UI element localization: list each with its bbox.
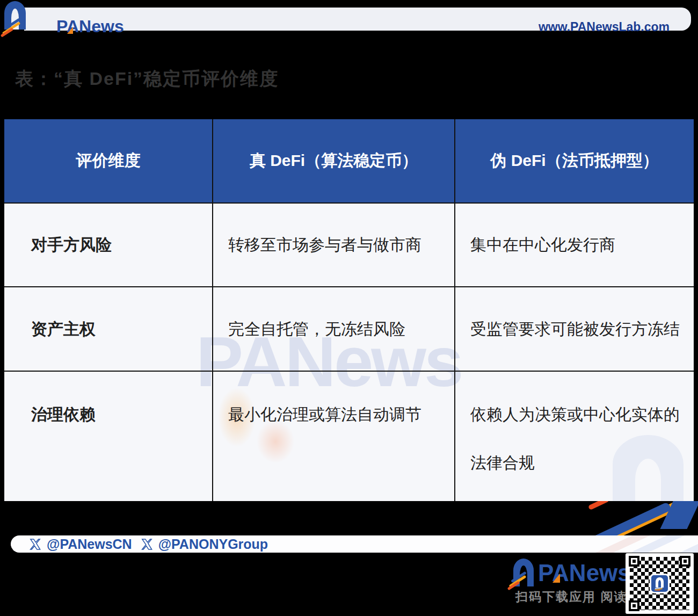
page-title: 表：“真 DeFi”稳定币评价维度 [15,67,279,91]
qr-center-logo [650,574,670,593]
table-grid: 评价维度 真 DeFi（算法稳定币） 伪 DeFi（法币抵押型） 对手方风险 转… [4,119,694,501]
qr-code [626,553,694,614]
row-counterparty-risk-true: 转移至市场参与者与做市商 [213,204,455,287]
handle-label: @PANONYGroup [158,537,268,552]
row-asset-sovereignty-pseudo: 受监管要求可能被发行方冻结 [455,287,694,372]
panews-magnet-icon [656,577,664,588]
row-governance-true: 最小化治理或算法自动调节 [213,372,455,501]
top-bar: PANews www.PANewsLab.com [24,8,691,31]
column-header-pseudo-defi: 伪 DeFi（法币抵押型） [455,119,694,204]
website-link[interactable]: www.PANewsLab.com [539,20,670,34]
comparison-table: PANews 评价维度 真 DeFi（算法稳定币） 伪 DeFi（法币抵押型） … [4,119,694,501]
decorative-stripes [588,501,698,535]
stripe-red [588,501,609,510]
panews-infographic: PANews www.PANewsLab.com 表：“真 DeFi”稳定币评价… [0,0,698,616]
logo-stripes [654,588,665,591]
row-counterparty-risk-pseudo: 集中在中心化发行商 [455,204,694,287]
x-twitter-icon [141,538,153,550]
row-asset-sovereignty-true: 完全自托管，无冻结风险 [213,287,455,372]
column-header-true-defi: 真 DeFi（算法稳定币） [213,119,455,204]
column-header-dimension: 评价维度 [4,119,213,204]
handle-panonygroup[interactable]: @PANONYGroup [141,537,268,552]
x-twitter-icon [29,538,41,550]
row-governance-label: 治理依赖 [4,372,213,501]
footer-brand-logotype: PANews [538,561,631,585]
qr-finder [629,600,639,611]
row-asset-sovereignty-label: 资产主权 [4,287,213,372]
handle-panewscn[interactable]: @PANewsCN [29,537,132,552]
qr-finder [680,556,690,567]
brand-logotype: PANews [56,17,124,36]
social-handle-bar: @PANewsCN @PANONYGroup [11,535,698,553]
handle-label: @PANewsCN [47,537,132,552]
qr-finder [629,556,639,567]
row-counterparty-risk-label: 对手方风险 [4,204,213,287]
row-governance-pseudo: 依赖人为决策或中心化实体的法律合规 [455,372,694,501]
